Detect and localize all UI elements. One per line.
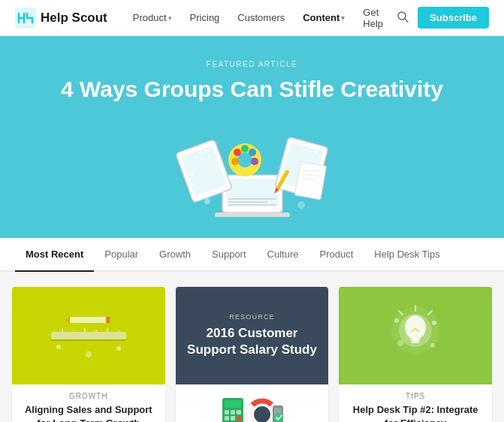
tab-support[interactable]: Support bbox=[201, 238, 257, 272]
svg-text:+: + bbox=[198, 146, 204, 158]
nav-actions: Subscribe bbox=[397, 7, 489, 29]
svg-rect-57 bbox=[225, 416, 229, 420]
chevron-down-icon: ▾ bbox=[341, 14, 345, 22]
nav-customers[interactable]: Customers bbox=[230, 8, 292, 28]
card-resource[interactable]: RESOURCE 2016 Customer Support Salary St… bbox=[176, 287, 329, 422]
svg-point-66 bbox=[274, 413, 283, 422]
svg-point-32 bbox=[204, 198, 210, 204]
svg-point-69 bbox=[405, 315, 426, 339]
svg-rect-54 bbox=[225, 410, 229, 414]
svg-rect-11 bbox=[215, 213, 290, 217]
tab-help-desk-tips[interactable]: Help Desk Tips bbox=[364, 238, 450, 272]
svg-point-77 bbox=[430, 343, 435, 348]
logo-text: Help Scout bbox=[41, 11, 107, 26]
card-growth-body: Growth Aligning Sales and Support for Lo… bbox=[12, 384, 165, 422]
svg-point-49 bbox=[56, 345, 61, 349]
svg-rect-70 bbox=[411, 337, 420, 341]
nav-pricing[interactable]: Pricing bbox=[183, 8, 228, 28]
svg-point-21 bbox=[234, 149, 241, 156]
tab-product[interactable]: Product bbox=[309, 238, 364, 272]
tab-culture[interactable]: Culture bbox=[257, 238, 309, 272]
svg-rect-39 bbox=[51, 332, 126, 339]
svg-rect-28 bbox=[294, 161, 326, 199]
resource-label: RESOURCE bbox=[229, 313, 275, 321]
svg-rect-71 bbox=[412, 341, 419, 343]
hero-image: + + bbox=[170, 115, 335, 220]
card-category-label: Tips bbox=[348, 392, 483, 400]
hero-section: FEATURED ARTICLE 4 Ways Groups Can Stifl… bbox=[0, 36, 504, 238]
svg-marker-47 bbox=[65, 317, 70, 323]
card-growth[interactable]: Growth Aligning Sales and Support for Lo… bbox=[12, 287, 165, 422]
search-button[interactable] bbox=[397, 11, 409, 25]
svg-point-50 bbox=[86, 351, 92, 357]
svg-point-22 bbox=[241, 145, 249, 152]
card-growth-image bbox=[12, 287, 165, 384]
svg-rect-56 bbox=[237, 410, 241, 414]
svg-rect-53 bbox=[225, 400, 241, 408]
chevron-down-icon: ▾ bbox=[168, 14, 172, 22]
svg-rect-58 bbox=[231, 416, 235, 420]
card-resource-image: RESOURCE 2016 Customer Support Salary St… bbox=[176, 287, 329, 384]
search-icon bbox=[397, 11, 409, 23]
svg-rect-46 bbox=[70, 317, 107, 323]
svg-point-23 bbox=[249, 149, 256, 156]
svg-point-74 bbox=[394, 318, 399, 323]
svg-rect-59 bbox=[237, 416, 241, 422]
svg-point-75 bbox=[432, 321, 436, 325]
card-tips-image bbox=[339, 287, 492, 384]
featured-label: FEATURED ARTICLE bbox=[15, 60, 489, 68]
svg-point-63 bbox=[254, 406, 270, 422]
hero-illustration: + + bbox=[170, 115, 335, 220]
svg-point-33 bbox=[297, 201, 305, 209]
svg-point-76 bbox=[397, 340, 403, 346]
svg-point-25 bbox=[231, 158, 239, 165]
resource-title: 2016 Customer Support Salary Study bbox=[186, 325, 318, 358]
card-title: Aligning Sales and Support for Long-Term… bbox=[21, 403, 156, 422]
category-tabs: Most Recent Popular Growth Support Cultu… bbox=[0, 238, 504, 272]
card-resource-body bbox=[176, 384, 329, 422]
logo-icon bbox=[15, 8, 36, 29]
svg-point-51 bbox=[116, 346, 121, 351]
logo[interactable]: Help Scout bbox=[15, 8, 107, 29]
svg-point-34 bbox=[190, 173, 195, 177]
nav-product[interactable]: Product ▾ bbox=[125, 8, 180, 28]
cards-section: Growth Aligning Sales and Support for Lo… bbox=[0, 272, 504, 422]
subscribe-button[interactable]: Subscribe bbox=[418, 7, 489, 29]
tab-popular[interactable]: Popular bbox=[94, 238, 149, 272]
nav-links: Product ▾ Pricing Customers Content ▾ Ge… bbox=[125, 2, 397, 34]
tab-most-recent[interactable]: Most Recent bbox=[15, 238, 94, 272]
nav-content[interactable]: Content ▾ bbox=[295, 8, 352, 28]
navbar: Help Scout Product ▾ Pricing Customers C… bbox=[0, 0, 504, 36]
svg-rect-55 bbox=[231, 410, 235, 414]
card-tips-body: Tips Help Desk Tip #2: Integrate for Eff… bbox=[339, 384, 492, 422]
svg-point-35 bbox=[314, 150, 318, 155]
card-tips[interactable]: Tips Help Desk Tip #2: Integrate for Eff… bbox=[339, 287, 492, 422]
tab-growth[interactable]: Growth bbox=[149, 238, 201, 272]
cards-row: Growth Aligning Sales and Support for Lo… bbox=[12, 287, 492, 422]
svg-point-24 bbox=[251, 158, 258, 165]
svg-text:+: + bbox=[297, 135, 303, 147]
svg-line-8 bbox=[405, 19, 408, 22]
hero-title: 4 Ways Groups Can Stifle Creativity bbox=[15, 76, 489, 103]
card-title: Help Desk Tip #2: Integrate for Efficien… bbox=[348, 403, 483, 422]
nav-get-help[interactable]: Get Help bbox=[355, 2, 397, 34]
svg-rect-48 bbox=[106, 317, 110, 323]
card-category-label: Growth bbox=[21, 392, 156, 400]
